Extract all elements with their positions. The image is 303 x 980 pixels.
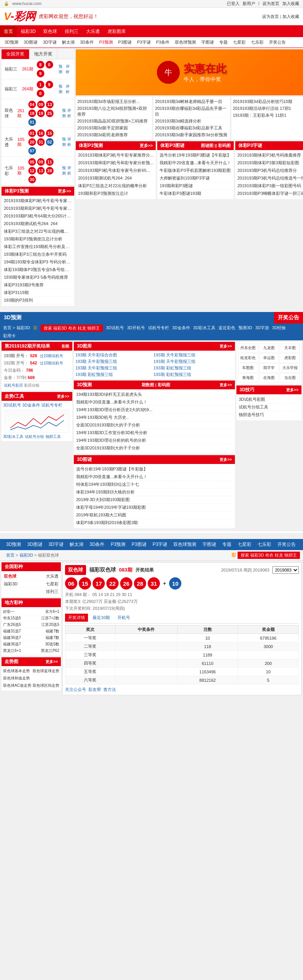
s2-kaijang-link[interactable]: 彩图 (62, 344, 69, 349)
s2-tc-5[interactable]: 193期 天牛彩预报三组 (75, 365, 153, 371)
ssq-nav-3dyuce[interactable]: 3D预测 (3, 539, 24, 550)
s2-nav-lanjin[interactable]: 蓝近彩色 (217, 324, 237, 332)
nav-tucao[interactable]: 虎彩图库 (104, 26, 130, 37)
s2-yc-1[interactable]: 194期193期3D绿杆无王后老虎头头 (76, 391, 233, 399)
ssq-df-link-6[interactable]: 福建36选7 (3, 642, 21, 647)
ssq-tab-prev10[interactable]: 最近10期 (90, 614, 113, 622)
ssq-nav-3dzimu[interactable]: 3D字谜 (46, 539, 67, 550)
p3-ym-1[interactable]: 2019193期体彩P3机号牛彩专家推荐分... (78, 152, 153, 159)
ssq-nav-3dtj[interactable]: 3D条件 (86, 539, 108, 550)
s2-gg-7[interactable]: 车图图 (238, 363, 258, 372)
nav-home[interactable]: 首页 (0, 26, 17, 37)
news-mid-1[interactable]: 2019193期3d树林老师精品手册一目 (155, 98, 228, 105)
ssq-type-ssq[interactable]: 双色球 (4, 573, 16, 579)
ssq-df-link-3b[interactable]: 江苏20选5 (41, 622, 59, 627)
ssq-bc-home[interactable]: 首页 (6, 553, 15, 557)
s2-tucao-more[interactable]: 更多>> (220, 344, 232, 349)
s2-gg-6[interactable]: 虎彩图 (280, 353, 300, 363)
p3-ym-2[interactable]: 2019193期和彩P3机号和彩专家分析预... (78, 159, 153, 167)
news-mid-4[interactable]: 2019193期在哪福彩3d彩品新手工具 (155, 125, 228, 132)
s2-jq-2[interactable]: 试机号分组工具 (239, 403, 299, 411)
p3-yuce-item-10[interactable]: 体彩193期体P3预言专业5条号组推荐 (4, 267, 72, 272)
ssq-zt-link-3[interactable]: 双色球AC值走势 (3, 683, 31, 688)
ssq-nav-qilecai[interactable]: 七乐彩 (254, 539, 274, 550)
s2-yt-1[interactable]: 期数图 (142, 382, 154, 387)
p3-tumi-tab2[interactable]: 彩码图 (218, 143, 231, 148)
news-left-4[interactable]: 2019193期3d新手定胆家园 (77, 125, 150, 132)
p3-tm-4[interactable]: 大师解密鉴到193期P3字谜 (160, 175, 231, 182)
s2-nav-3dyuce[interactable]: 预测3D (237, 324, 254, 332)
p3-tm-6[interactable]: 牛彩体彩P3图谜193期 (160, 190, 231, 198)
s2-gg-9[interactable]: 大乐学报 (280, 363, 300, 372)
p3-yuce-item-1[interactable]: 2019193期体彩P3机号牛彩号专家推荐分... (4, 198, 72, 203)
p3-ym-4[interactable]: 2019193期测试机号264: 264 (78, 175, 153, 182)
subnav-p3-zimu[interactable]: P3字谜 (135, 39, 152, 46)
p3-yuce-item-2[interactable]: 2019193期和彩P3机号牛彩号专家分析预... (4, 206, 72, 211)
s2-jiqiao-more[interactable]: 更多>> (286, 387, 298, 393)
ssq-df-link-1b[interactable]: 东方6+1 (45, 609, 59, 614)
ssq-zoushi-more[interactable]: 更多>> (46, 659, 58, 665)
subnav-zitumi[interactable]: 字图谜 (200, 39, 215, 46)
qlc-detail[interactable]: 评析 (67, 165, 71, 176)
s2-tc-7[interactable]: 193期 彩虹预报三组 (75, 372, 153, 377)
p3-yuce-more[interactable]: 更多>> (58, 188, 71, 194)
ssq-nav-3dtumi[interactable]: 3D图谜 (24, 539, 45, 550)
ssq-zt-link-1b[interactable]: 双色球蓝球走势 (33, 668, 59, 674)
s2-yc-7[interactable]: 194年193期3D理论分析的机号的分析 (76, 437, 233, 444)
s2-tc-3[interactable]: 193期 天牛彩预报三组 (75, 359, 153, 364)
s2-jq-3[interactable]: 独胆选号技巧 (239, 411, 299, 419)
p3-tm-3[interactable]: 牛彩版体彩P3手机彩图解析193期彩图 (160, 167, 231, 175)
s2-cl-3[interactable]: 独胆工具 (46, 434, 61, 439)
s2-yc-2[interactable]: 我精彩中20倍直邀...来看今天开什么！ (76, 399, 233, 406)
s2-zt-2[interactable]: 3D金条件 (22, 402, 40, 408)
news-left-5[interactable]: 2019193期3d彩民老师推荐 (77, 132, 150, 138)
news-left-2[interactable]: 2019193期八位之间3d投胆预测+双胆推荐 (77, 105, 150, 118)
ssq-df-link-5b[interactable]: 福建7数 (46, 635, 59, 640)
ssq-df-link-7[interactable]: 黑龙江6+1 (3, 648, 21, 653)
subnav-zhuanti[interactable]: 专题 (218, 39, 229, 46)
s2-nav-3dopen[interactable]: 3D开机号 (125, 324, 147, 332)
p3-yuce-item-3[interactable]: 2019193期P3机号64期大分265计划65... (4, 214, 72, 218)
add-fav-btn[interactable]: 加入收藏 (282, 14, 299, 19)
nav-shuangseqiu[interactable]: 双色球 (39, 26, 61, 37)
tab-difang[interactable]: 地方开奖 (29, 49, 57, 59)
ssq-df-link-2b[interactable]: 江苏7+2数 (41, 616, 59, 621)
s2-gg-10[interactable]: 青海图 (238, 373, 258, 382)
s2-zoushi-more[interactable]: 更多>> (57, 394, 69, 399)
p3-tm-1[interactable]: 选号分析19年193期P3图谜【牛彩版】 (160, 152, 231, 159)
ssq-nav-p3zimu[interactable]: P3字谜 (150, 539, 171, 550)
p3-yuce-item-11[interactable]: 1930期专家体彩P3 5条号码组推荐 (4, 275, 68, 279)
subnav-kaijang-gonggao[interactable]: 开奖公告 (267, 39, 287, 46)
ssq-type-qxc[interactable]: 七星彩 (46, 581, 59, 587)
subnav-3d-tiaojian[interactable]: 3D条件 (78, 39, 95, 46)
ssq-nav-qixingcai[interactable]: 七星彩 (235, 539, 254, 550)
p3-zm-6[interactable]: 2019193期P3蝴蝶体彩字谜一胆三码 (238, 190, 303, 198)
ssq-df-link-4[interactable]: 福建31选7 (3, 629, 21, 634)
ssq-zt-link-2[interactable]: 双色球和值走势 (3, 676, 30, 681)
p3-yuce-item-13[interactable]: 体彩P3119期 (4, 290, 29, 295)
s2-yc-6[interactable]: 194年193期3D工作室分析3D机号分析 (76, 429, 233, 437)
s2-nav-3dtools[interactable]: 3D彩水工具 (192, 324, 217, 332)
subnav-3d-zimu[interactable]: 3D字谜 (41, 39, 58, 46)
s2-nav-card[interactable]: 彩用卡 (2, 332, 17, 340)
ssq-nav-p3yuce[interactable]: P3预测 (108, 539, 129, 550)
site-logo[interactable]: V-彩网 (4, 9, 36, 24)
ssq-df-link-6b[interactable]: 30选5数 (45, 642, 59, 647)
p3-yuce-item-14[interactable]: 193期的P3排列 (4, 298, 33, 302)
s2-nav-3dspec[interactable]: 试机号专栏 (147, 324, 171, 332)
s2-shijian-link[interactable]: 试机号彩历 (4, 383, 23, 387)
ssq-detail[interactable]: 评析 (67, 108, 71, 119)
s2-gg-12[interactable]: 当在图 (280, 373, 300, 382)
s2-yuce-more[interactable]: 更多>> (220, 382, 232, 388)
ssq-df-link-5[interactable]: 福建36选7 (3, 635, 21, 640)
s2-cl-1[interactable]: 3D彩水工具 (3, 434, 23, 439)
p3-yuce-item-7[interactable]: 体彩工作室推往193期机号分析及关注 (4, 244, 72, 249)
s2-tm-5[interactable]: 2019年3D大到3期193期彩图 (76, 496, 233, 504)
p3-yuce-item-5[interactable]: 体彩P3三组选之对22号出现的概率分析 (4, 229, 72, 234)
s2-jq-1[interactable]: 3D试机号彩图 (239, 396, 299, 403)
s2-gg-3[interactable]: 天丰图 (280, 343, 300, 353)
main-banner[interactable]: 牛 实惠在此 牛人，带你中奖 (76, 49, 303, 95)
ssq-type-pls[interactable]: 排列三 (46, 589, 59, 595)
s2-tumi-more[interactable]: 更多>> (220, 457, 232, 462)
news-mid-3[interactable]: 2019193期3d精选择分析 (155, 118, 228, 125)
